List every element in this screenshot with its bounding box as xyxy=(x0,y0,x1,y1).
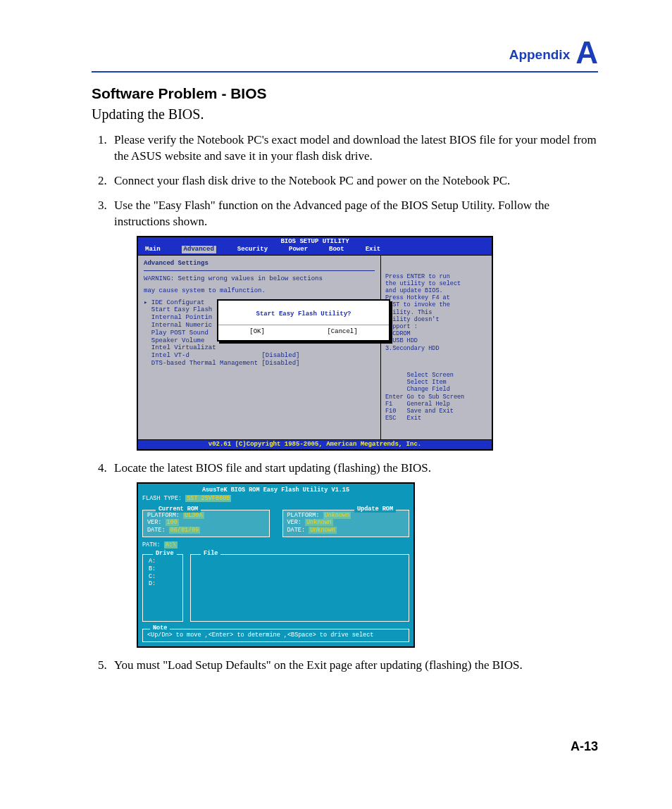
drive-list[interactable]: A: B: C: D: xyxy=(149,558,178,588)
bios-menu-power[interactable]: Power xyxy=(289,246,308,253)
bios-left-pane: Advanced Settings WARNING: Setting wrong… xyxy=(138,256,380,439)
bios-menu-main[interactable]: Main xyxy=(145,246,161,253)
bios-menu-boot[interactable]: Boot xyxy=(329,246,344,253)
page-number: A-13 xyxy=(571,739,598,754)
upd-platform-value: Unknown xyxy=(323,512,351,519)
step-4: Locate the latest BIOS file and start up… xyxy=(110,460,598,648)
note-box: Note <Up/Dn> to move ,<Enter> to determi… xyxy=(142,629,409,642)
header-appendix-label: Appendix xyxy=(509,47,571,63)
cur-date-label: DATE: xyxy=(147,527,166,534)
step-3-text: Use the "Easy Flash" function on the Adv… xyxy=(114,199,549,228)
bios-menu-advanced[interactable]: Advanced xyxy=(182,246,216,253)
step-2: Connect your flash disk drive to the Not… xyxy=(110,173,598,189)
bios-section-heading: Advanced Settings xyxy=(144,260,375,268)
step-5: You must "Load Setup Defaults" on the Ex… xyxy=(110,658,598,674)
upd-date-label: DATE: xyxy=(287,527,306,534)
instructions-list: Please verify the Notebook PC's exact mo… xyxy=(92,132,598,674)
file-legend: File xyxy=(201,550,220,558)
bios-dialog: Start Easy Flash Utility? [OK] [Cancel] xyxy=(217,299,390,342)
drive-list-box[interactable]: Drive A: B: C: D: xyxy=(142,554,183,622)
update-rom-legend: Update ROM xyxy=(354,506,396,513)
note-text: <Up/Dn> to move ,<Enter> to determine ,<… xyxy=(147,632,404,639)
step-1: Please verify the Notebook PC's exact mo… xyxy=(110,132,598,165)
current-rom-box: Current ROM PLATFORM: UL30A VER: 100 DAT… xyxy=(142,510,270,537)
drive-legend: Drive xyxy=(153,550,177,558)
header-appendix-letter: A xyxy=(575,39,598,67)
step-3: Use the "Easy Flash" function on the Adv… xyxy=(110,198,598,451)
upd-ver-label: VER: xyxy=(287,519,301,526)
current-rom-legend: Current ROM xyxy=(156,506,201,513)
page-header: Appendix A xyxy=(92,39,598,73)
cur-date-value: 06/01/09 xyxy=(169,527,201,534)
note-legend: Note xyxy=(150,625,170,632)
section-title: Software Problem - BIOS xyxy=(92,85,598,102)
bios-menu-bar: Main Advanced Security Power Boot Exit xyxy=(138,246,492,255)
step-4-text: Locate the latest BIOS file and start up… xyxy=(114,461,431,475)
bios-dialog-ok-button[interactable]: [OK] xyxy=(249,328,265,336)
bios-warning-line2: may cause system to malfunction. xyxy=(144,287,375,295)
upd-platform-label: PLATFORM: xyxy=(287,512,320,519)
bios-right-pane: Press ENTER to run the utility to select… xyxy=(380,256,492,439)
bios-footer: v02.61 (C)Copyright 1985-2005, American … xyxy=(138,439,492,449)
bios-dialog-question: Start Easy Flash Utility? xyxy=(218,301,389,325)
cur-ver-label: VER: xyxy=(147,519,161,526)
bios-warning-line1: WARNING: Setting wrong values in below s… xyxy=(144,275,375,283)
path-value: A:\ xyxy=(164,541,178,548)
bios-menu-security[interactable]: Security xyxy=(237,246,268,253)
bios-key-hints: Select Screen Select Item Change Field E… xyxy=(385,372,487,422)
bios-help-text: Press ENTER to run the utility to select… xyxy=(385,273,487,352)
update-rom-box: Update ROM PLATFORM: Unknown VER: Unknow… xyxy=(282,510,410,537)
bios-menu-exit[interactable]: Exit xyxy=(366,246,381,253)
easy-flash-screenshot: AsusTeK BIOS ROM Easy Flash Utility V1.1… xyxy=(137,482,415,648)
section-subtitle: Updating the BIOS. xyxy=(92,106,598,123)
upd-ver-value: Unknown xyxy=(305,519,333,526)
upd-date-value: Unknown xyxy=(309,527,337,534)
flash-title: AsusTeK BIOS ROM Easy Flash Utility V1.1… xyxy=(142,487,409,494)
flash-type-value: SST 25VF080B xyxy=(185,495,231,502)
bios-setup-screenshot: BIOS SETUP UTILITY Main Advanced Securit… xyxy=(137,236,493,451)
path-label: PATH: xyxy=(142,541,161,548)
bios-dialog-cancel-button[interactable]: [Cancel] xyxy=(327,328,357,336)
bios-title: BIOS SETUP UTILITY xyxy=(138,237,492,246)
cur-ver-value: 100 xyxy=(166,519,179,526)
file-list-box[interactable]: File xyxy=(190,554,409,622)
flash-type-label: FLASH TYPE: xyxy=(142,495,182,502)
